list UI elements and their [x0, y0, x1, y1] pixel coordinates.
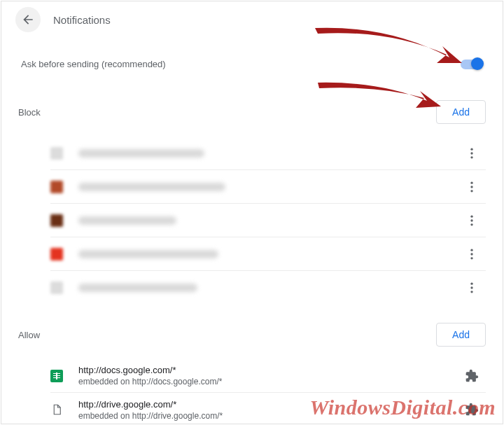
allow-add-button[interactable]: Add — [436, 323, 486, 347]
block-add-button[interactable]: Add — [436, 100, 486, 124]
site-favicon — [50, 248, 63, 260]
site-favicon — [50, 403, 63, 416]
svg-point-9 — [470, 249, 472, 251]
blocked-site-row — [50, 170, 486, 204]
blocked-site-row — [50, 271, 486, 305]
site-options-button[interactable] — [458, 146, 486, 160]
site-url: http://drive.google.com/* — [78, 399, 458, 410]
svg-point-12 — [470, 283, 472, 285]
allow-section-label: Allow — [18, 330, 40, 340]
site-extension-indicator[interactable] — [458, 403, 486, 417]
allowed-site-row: http://drive.google.com/*embedded on htt… — [50, 393, 486, 424]
site-extension-indicator[interactable] — [458, 369, 486, 383]
site-options-button[interactable] — [458, 180, 486, 194]
svg-point-4 — [470, 186, 472, 188]
svg-point-3 — [470, 181, 472, 183]
svg-point-8 — [470, 223, 472, 225]
site-options-button[interactable] — [458, 214, 486, 228]
site-favicon — [50, 214, 63, 227]
svg-point-14 — [470, 291, 472, 293]
svg-point-6 — [470, 215, 472, 217]
allowed-site-row: http://docs.google.com/*embedded on http… — [50, 359, 486, 393]
ask-toggle[interactable] — [461, 60, 482, 69]
ask-before-sending-label: Ask before sending (recommended) — [21, 59, 166, 69]
svg-point-2 — [470, 156, 472, 158]
site-url-redacted — [78, 149, 204, 158]
svg-point-1 — [470, 152, 472, 154]
site-favicon — [50, 281, 63, 294]
more-vert-icon — [465, 146, 479, 160]
svg-point-5 — [470, 190, 472, 192]
more-vert-icon — [465, 214, 479, 228]
ask-before-sending-row[interactable]: Ask before sending (recommended) — [18, 59, 486, 69]
site-embed-note: embedded on http://docs.google.com/* — [78, 377, 458, 386]
block-section-label: Block — [18, 107, 41, 118]
site-favicon — [50, 147, 63, 160]
blocked-site-row — [50, 237, 486, 271]
blocked-site-row — [50, 204, 486, 237]
back-button[interactable] — [15, 7, 41, 32]
site-url-redacted — [78, 284, 197, 292]
more-vert-icon — [465, 180, 479, 194]
extension-icon — [465, 403, 479, 417]
site-options-button[interactable] — [458, 281, 486, 295]
extension-icon — [465, 369, 479, 383]
site-embed-note: embedded on http://drive.google.com/* — [78, 411, 458, 421]
page-title: Notifications — [53, 14, 111, 26]
more-vert-icon — [465, 281, 479, 295]
site-options-button[interactable] — [458, 247, 486, 261]
site-favicon — [50, 181, 63, 193]
blocked-site-row — [50, 137, 486, 170]
site-url-redacted — [78, 216, 176, 225]
file-icon — [50, 403, 63, 416]
svg-point-7 — [470, 219, 472, 221]
svg-point-13 — [470, 286, 472, 288]
site-url-redacted — [78, 250, 218, 258]
svg-point-10 — [470, 253, 472, 255]
svg-point-0 — [470, 148, 472, 150]
more-vert-icon — [465, 247, 479, 261]
site-favicon — [50, 370, 63, 382]
arrow-left-icon — [21, 13, 35, 27]
svg-point-11 — [470, 257, 472, 259]
site-url: http://docs.google.com/* — [78, 365, 458, 375]
site-url-redacted — [78, 183, 225, 191]
